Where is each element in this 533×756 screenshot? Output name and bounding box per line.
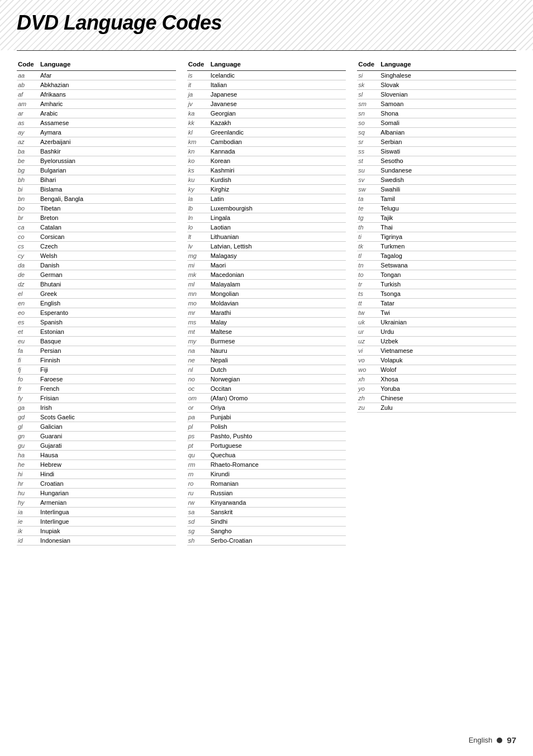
language-cell: Serbo-Croatian: [210, 536, 346, 546]
language-cell: Pashto, Pushto: [210, 432, 346, 441]
code-cell: pl: [187, 422, 210, 432]
table-row: guGujarati: [17, 441, 176, 451]
language-cell: Swahili: [379, 185, 516, 194]
code-cell: kn: [187, 147, 210, 156]
code-cell: sr: [357, 137, 379, 147]
language-cell: Croatian: [39, 479, 176, 489]
language-cell: Persian: [39, 346, 176, 356]
code-cell: fo: [17, 375, 39, 384]
table-row: fiFinnish: [17, 356, 176, 365]
language-cell: Hindi: [39, 470, 176, 479]
code-cell: su: [357, 166, 379, 175]
table-row: itItalian: [187, 80, 346, 90]
language-cell: Georgian: [210, 109, 346, 118]
code-cell: ko: [187, 156, 210, 166]
content-area: Code Language aaAfarabAbkhazianafAfrikaa…: [0, 51, 533, 568]
code-cell: ka: [187, 109, 210, 118]
code-cell: ga: [17, 403, 39, 413]
language-cell: Kazakh: [210, 118, 346, 128]
language-cell: Somali: [379, 118, 516, 128]
language-cell: Interlingua: [39, 508, 176, 517]
code-cell: nl: [187, 365, 210, 375]
code-cell: yo: [357, 384, 379, 394]
code-cell: co: [17, 232, 39, 242]
code-cell: ca: [17, 223, 39, 232]
table-row: soSomali: [357, 118, 516, 128]
table-row: sqAlbanian: [357, 128, 516, 137]
code-cell: br: [17, 213, 39, 223]
table-row: toTongan: [357, 270, 516, 280]
code-cell: lb: [187, 204, 210, 213]
code-cell: my: [187, 337, 210, 346]
language-cell: Guarani: [39, 432, 176, 441]
table-row: kmCambodian: [187, 137, 346, 147]
column-3: Code Language siSinghaleseskSlovakslSlov…: [357, 59, 516, 546]
language-cell: Corsican: [39, 232, 176, 242]
language-cell: Dutch: [210, 365, 346, 375]
language-cell: Nepali: [210, 356, 346, 365]
language-cell: Yoruba: [379, 384, 516, 394]
code-cell: so: [357, 118, 379, 128]
language-cell: Mongolian: [210, 289, 346, 299]
code-cell: fy: [17, 394, 39, 403]
code-cell: uz: [357, 337, 379, 346]
code-cell: oc: [187, 384, 210, 394]
table-row: kaGeorgian: [187, 109, 346, 118]
col3-lang-header: Language: [379, 59, 516, 71]
table-row: fjFiji: [17, 365, 176, 375]
table-row: sgSangho: [187, 527, 346, 536]
table-row: siSinghalese: [357, 71, 516, 80]
language-cell: Burmese: [210, 337, 346, 346]
language-cell: Japanese: [210, 90, 346, 99]
code-cell: tr: [357, 280, 379, 289]
table-row: saSanskrit: [187, 508, 346, 517]
language-cell: Volapuk: [379, 356, 516, 365]
table-row: etEstonian: [17, 327, 176, 337]
table-row: dzBhutani: [17, 280, 176, 289]
language-cell: Twi: [379, 308, 516, 318]
table-row: naNauru: [187, 346, 346, 356]
language-cell: Icelandic: [210, 71, 346, 80]
language-cell: Kirundi: [210, 470, 346, 479]
language-cell: German: [39, 270, 176, 280]
code-cell: id: [17, 536, 39, 546]
table-row: neNepali: [187, 356, 346, 365]
code-cell: ab: [17, 80, 39, 90]
table-row: paPunjabi: [187, 413, 346, 422]
language-cell: Indonesian: [39, 536, 176, 546]
table-row: jvJavanese: [187, 99, 346, 109]
language-cell: Turkmen: [379, 242, 516, 251]
language-cell: Basque: [39, 337, 176, 346]
table-row: voVolapuk: [357, 356, 516, 365]
code-cell: de: [17, 270, 39, 280]
language-cell: Bhutani: [39, 280, 176, 289]
table-row: laLatin: [187, 194, 346, 204]
code-cell: gd: [17, 413, 39, 422]
language-cell: Singhalese: [379, 71, 516, 80]
code-cell: ia: [17, 508, 39, 517]
code-cell: rw: [187, 498, 210, 508]
language-cell: Kashmiri: [210, 166, 346, 175]
language-cell: Welsh: [39, 251, 176, 261]
language-cell: Irish: [39, 403, 176, 413]
code-cell: af: [17, 90, 39, 99]
language-cell: Italian: [210, 80, 346, 90]
table-3: Code Language siSinghaleseskSlovakslSlov…: [357, 59, 516, 413]
language-cell: Esperanto: [39, 308, 176, 318]
table-1: Code Language aaAfarabAbkhazianafAfrikaa…: [17, 59, 176, 546]
language-cell: Czech: [39, 242, 176, 251]
language-cell: Abkhazian: [39, 80, 176, 90]
language-cell: Bengali, Bangla: [39, 194, 176, 204]
language-cell: Armenian: [39, 498, 176, 508]
code-cell: it: [187, 80, 210, 90]
code-cell: tn: [357, 261, 379, 270]
language-cell: Kirghiz: [210, 185, 346, 194]
table-row: bhBihari: [17, 175, 176, 185]
table-row: kyKirghiz: [187, 185, 346, 194]
code-cell: si: [357, 71, 379, 80]
code-cell: hy: [17, 498, 39, 508]
code-cell: dz: [17, 280, 39, 289]
language-cell: Malay: [210, 318, 346, 327]
language-cell: Romanian: [210, 479, 346, 489]
table-row: gdScots Gaelic: [17, 413, 176, 422]
